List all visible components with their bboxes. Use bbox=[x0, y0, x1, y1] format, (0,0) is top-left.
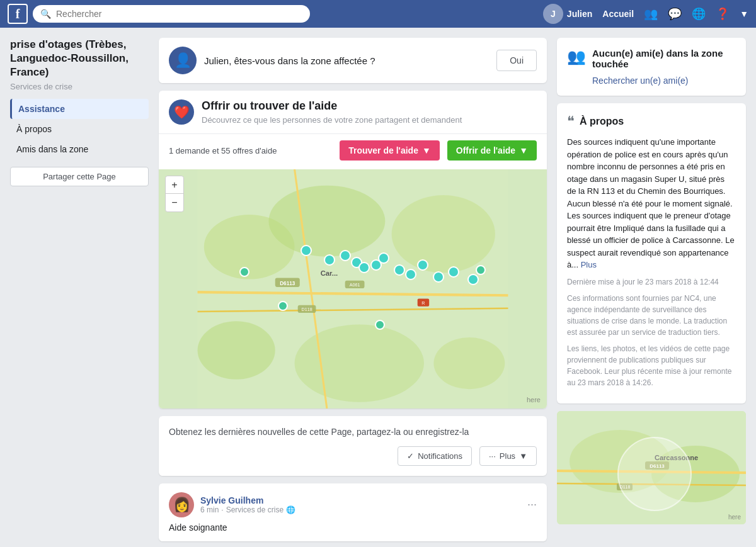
globe-icon[interactable]: 🌐 bbox=[692, 7, 706, 21]
yes-button[interactable]: Oui bbox=[496, 50, 537, 71]
globe-small-icon: 🌐 bbox=[286, 505, 295, 514]
help-card-title: Offrir ou trouver de l'aide bbox=[202, 99, 462, 113]
map-marker bbox=[394, 264, 405, 276]
topnav-right-section: J Julien Accueil 👥 💬 🌐 ❓ ▼ bbox=[543, 4, 748, 24]
post-content: Aide soignante bbox=[169, 522, 537, 533]
help-card-actions: 1 demande et 55 offres d'aide Trouver de… bbox=[159, 133, 547, 169]
friends-icon[interactable]: 👥 bbox=[644, 7, 658, 21]
notifications-button[interactable]: ✓ Notifications bbox=[398, 446, 472, 466]
help-card-subtitle: Découvrez ce que les personnes de votre … bbox=[202, 115, 462, 125]
map-marker bbox=[417, 259, 428, 271]
post-author-name[interactable]: Sylvie Guilhem bbox=[200, 495, 295, 505]
notifications-bar: Obtenez les dernières nouvelles de cette… bbox=[159, 416, 547, 476]
post-author-avatar: 👩 bbox=[169, 492, 194, 517]
friends-widget-content: Aucun(e) ami(e) dans la zone touchée Rec… bbox=[592, 48, 736, 86]
post-options-button[interactable]: ··· bbox=[527, 498, 537, 511]
about-widget-header: ❝ À propos bbox=[567, 113, 736, 130]
notif-bar-actions: ✓ Notifications ··· Plus ▼ bbox=[169, 446, 537, 466]
map-svg: D6113 A061 D118 R Car... bbox=[159, 169, 547, 409]
page-subtitle: Services de crise bbox=[10, 82, 149, 91]
more-button[interactable]: ··· Plus ▼ bbox=[479, 446, 537, 466]
about-widget-meta3: Les liens, les photos, et les vidéos de … bbox=[567, 343, 736, 388]
map-marker bbox=[448, 266, 459, 278]
svg-point-5 bbox=[433, 337, 505, 389]
map-marker bbox=[467, 274, 479, 285]
top-navigation: f 🔍 J Julien Accueil 👥 💬 🌐 ❓ ▼ bbox=[0, 0, 756, 28]
help-count: 1 demande et 55 offres d'aide bbox=[169, 146, 332, 155]
map-marker bbox=[278, 301, 288, 311]
help-icon[interactable]: ❓ bbox=[716, 7, 730, 21]
search-icon: 🔍 bbox=[40, 9, 51, 19]
left-sidebar: prise d'otages (Trèbes, Languedoc-Roussi… bbox=[10, 38, 149, 541]
messenger-icon[interactable]: 💬 bbox=[668, 7, 682, 21]
mini-map: D6113 D118 Carcassonne here bbox=[557, 411, 746, 524]
friends-widget-title: Aucun(e) ami(e) dans la zone touchée bbox=[592, 48, 736, 69]
search-input[interactable] bbox=[56, 9, 302, 19]
mini-map-svg: D6113 D118 Carcassonne bbox=[557, 411, 746, 524]
account-dropdown[interactable]: ▼ bbox=[740, 9, 748, 19]
sidebar-item-apropos[interactable]: À propos bbox=[10, 119, 149, 139]
sidebar-item-amis[interactable]: Amis dans la zone bbox=[10, 139, 149, 159]
zone-alert-text: Julien, êtes-vous dans la zone affectée … bbox=[204, 55, 489, 66]
main-content: 👤 Julien, êtes-vous dans la zone affecté… bbox=[159, 38, 547, 541]
ellipsis-icon: ··· bbox=[489, 451, 496, 461]
map-marker bbox=[324, 254, 335, 266]
help-card-header: ❤️ Offrir ou trouver de l'aide Découvrez… bbox=[159, 91, 547, 133]
zoom-in-button[interactable]: + bbox=[166, 176, 183, 194]
zoom-out-button[interactable]: − bbox=[166, 194, 183, 211]
svg-point-29 bbox=[618, 437, 691, 510]
mini-map-attribution: here bbox=[728, 514, 741, 521]
post-author-info: Sylvie Guilhem 6 min · Services de crise… bbox=[200, 495, 295, 514]
about-widget-meta1: Dernière mise à jour le 23 mars 2018 à 1… bbox=[567, 276, 736, 288]
map-container: D6113 A061 D118 R Car... bbox=[159, 169, 547, 409]
zone-alert-avatar: 👤 bbox=[169, 47, 197, 74]
dropdown-arrow: ▼ bbox=[519, 451, 527, 461]
friends-icon-large: 👥 bbox=[567, 48, 586, 65]
dropdown-arrow-offer: ▼ bbox=[519, 145, 528, 155]
sidebar-item-assistance[interactable]: Assistance bbox=[10, 99, 149, 119]
find-friend-link[interactable]: Rechercher un(e) ami(e) bbox=[592, 76, 736, 86]
post-header: 👩 Sylvie Guilhem 6 min · Services de cri… bbox=[169, 492, 537, 517]
about-widget-title: À propos bbox=[580, 116, 624, 127]
zone-alert-banner: 👤 Julien, êtes-vous dans la zone affecté… bbox=[159, 38, 547, 83]
map-attribution: here bbox=[527, 396, 541, 403]
map-marker bbox=[405, 269, 416, 280]
svg-text:D6113: D6113 bbox=[280, 281, 295, 286]
read-more-link[interactable]: Plus bbox=[581, 260, 597, 269]
page-title: prise d'otages (Trèbes, Languedoc-Roussi… bbox=[10, 38, 149, 79]
check-icon: ✓ bbox=[407, 451, 414, 461]
facebook-logo[interactable]: f bbox=[8, 4, 28, 24]
svg-point-6 bbox=[295, 324, 424, 402]
map-marker bbox=[340, 250, 351, 261]
page-wrapper: prise d'otages (Trèbes, Languedoc-Roussi… bbox=[0, 28, 756, 547]
map-marker bbox=[378, 252, 389, 264]
help-icon: ❤️ bbox=[169, 99, 194, 125]
home-link[interactable]: Accueil bbox=[602, 9, 634, 19]
notif-bar-text: Obtenez les dernières nouvelles de cette… bbox=[169, 426, 537, 439]
search-bar[interactable]: 🔍 bbox=[33, 5, 310, 23]
about-widget: ❝ À propos Des sources indiquent qu'une … bbox=[557, 103, 746, 403]
friends-widget: 👥 Aucun(e) ami(e) dans la zone touchée R… bbox=[557, 38, 746, 96]
dropdown-arrow-find: ▼ bbox=[422, 145, 431, 155]
share-page-button[interactable]: Partager cette Page bbox=[10, 167, 149, 186]
map-marker bbox=[301, 245, 312, 256]
map-marker bbox=[375, 320, 385, 330]
user-profile-link[interactable]: J Julien bbox=[543, 4, 592, 24]
page-title-block: prise d'otages (Trèbes, Languedoc-Roussi… bbox=[10, 38, 149, 91]
quote-icon: ❝ bbox=[567, 113, 575, 130]
svg-point-3 bbox=[392, 195, 495, 273]
svg-text:Car...: Car... bbox=[321, 269, 338, 277]
find-help-button[interactable]: Trouver de l'aide ▼ bbox=[340, 140, 440, 161]
offer-help-button[interactable]: Offrir de l'aide ▼ bbox=[447, 140, 537, 161]
map-zoom-controls: + − bbox=[165, 176, 184, 212]
avatar: J bbox=[543, 4, 563, 24]
right-sidebar: 👥 Aucun(e) ami(e) dans la zone touchée R… bbox=[557, 38, 746, 541]
post-card: 👩 Sylvie Guilhem 6 min · Services de cri… bbox=[159, 483, 547, 541]
svg-point-4 bbox=[198, 321, 275, 379]
map-marker bbox=[239, 267, 249, 277]
help-card-info: Offrir ou trouver de l'aide Découvrez ce… bbox=[202, 99, 462, 125]
friends-widget-inner: 👥 Aucun(e) ami(e) dans la zone touchée R… bbox=[567, 48, 736, 86]
map-marker bbox=[433, 271, 444, 283]
svg-point-2 bbox=[268, 186, 385, 257]
map-marker bbox=[358, 262, 370, 273]
